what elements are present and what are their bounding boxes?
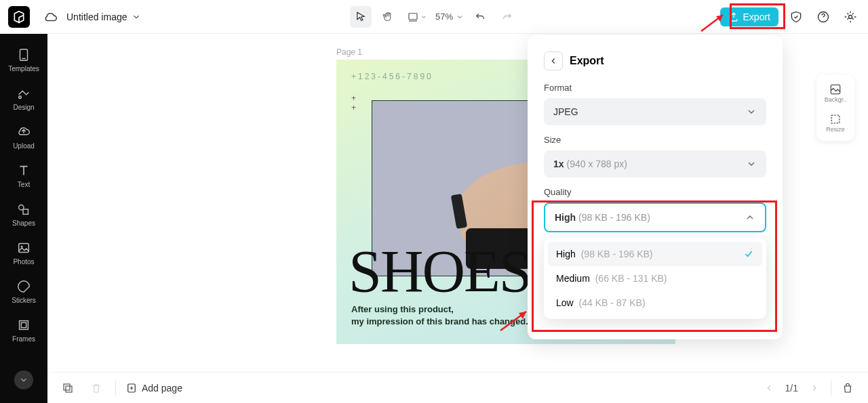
- quality-option-size: (44 KB - 87 KB): [579, 297, 646, 308]
- svg-rect-15: [64, 384, 70, 390]
- svg-rect-11: [20, 321, 28, 330]
- svg-rect-12: [21, 322, 26, 327]
- quality-option-medium[interactable]: Medium (66 KB - 131 KB): [548, 266, 762, 291]
- chevron-up-icon: [745, 212, 755, 223]
- lock-button[interactable]: [838, 379, 857, 398]
- upload-icon: [16, 125, 31, 140]
- right-tool-label: Resize: [826, 126, 845, 133]
- document-title[interactable]: Untitled image: [66, 12, 141, 22]
- chevron-right-icon: [810, 383, 819, 393]
- quality-option-low[interactable]: Low (44 KB - 87 KB): [548, 291, 762, 315]
- chevron-down-icon: [19, 375, 28, 385]
- undo-button[interactable]: [469, 6, 491, 28]
- shapes-icon: [16, 202, 31, 217]
- design-plus-marks: ++: [351, 93, 356, 112]
- format-select[interactable]: JPEG: [544, 98, 766, 125]
- svg-rect-16: [66, 386, 72, 392]
- delete-button[interactable]: [87, 379, 106, 398]
- sidebar-item-label: Design: [13, 104, 34, 111]
- top-bar: Untitled image 57% Export: [0, 0, 868, 34]
- export-button-label: Export: [743, 12, 770, 22]
- quality-option-name: Medium: [556, 273, 590, 284]
- format-value: JPEG: [553, 106, 578, 117]
- export-panel-title: Export: [570, 55, 604, 67]
- quality-option-name: High: [556, 249, 576, 259]
- layers-icon: [62, 382, 74, 394]
- hand-tool[interactable]: [377, 6, 399, 28]
- select-tool[interactable]: [350, 6, 372, 28]
- document-title-text: Untitled image: [66, 12, 127, 22]
- chevron-down-icon: [746, 158, 757, 169]
- design-headline: SHOES: [349, 237, 531, 305]
- design-icon: [16, 86, 31, 101]
- quality-value: High (98 KB - 196 KB): [555, 212, 650, 223]
- undo-icon: [474, 11, 486, 23]
- size-select[interactable]: 1x (940 x 788 px): [544, 150, 766, 177]
- chevron-left-icon: [764, 383, 774, 393]
- quality-option-size: (98 KB - 196 KB): [581, 249, 653, 259]
- quality-option-name: Low: [556, 297, 574, 308]
- background-tool[interactable]: Backgr..: [821, 79, 850, 107]
- export-back-button[interactable]: [544, 51, 563, 70]
- help-icon: [816, 10, 830, 24]
- quality-option-high[interactable]: High (98 KB - 196 KB): [548, 242, 762, 266]
- sidebar-item-photos[interactable]: Photos: [0, 234, 47, 272]
- quality-select[interactable]: High (98 KB - 196 KB): [544, 203, 766, 232]
- svg-rect-0: [409, 13, 417, 19]
- layers-button[interactable]: [58, 379, 77, 398]
- resize-tool[interactable]: Resize: [821, 108, 850, 137]
- background-icon: [829, 83, 842, 96]
- format-label: Format: [544, 83, 766, 93]
- sidebar-item-label: Photos: [13, 258, 34, 266]
- frames-icon: [16, 318, 31, 333]
- artboard-tool[interactable]: [404, 6, 430, 28]
- sidebar-item-text[interactable]: Text: [0, 156, 47, 195]
- stickers-icon: [16, 279, 31, 294]
- next-page-button[interactable]: [805, 379, 824, 398]
- hand-icon: [382, 11, 394, 23]
- sidebar-item-label: Templates: [8, 65, 39, 72]
- gear-icon: [844, 10, 857, 24]
- logo-icon: [12, 10, 26, 24]
- sidebar-expand-button[interactable]: [14, 370, 33, 389]
- add-page-button[interactable]: Add page: [125, 382, 182, 394]
- svg-point-6: [19, 96, 22, 99]
- center-toolbar: 57%: [350, 6, 518, 28]
- photos-icon: [16, 240, 31, 255]
- design-caption-line2: my impression of this brand has changed.: [351, 316, 528, 326]
- sidebar-item-label: Text: [18, 181, 30, 188]
- help-button[interactable]: [814, 7, 833, 26]
- top-right-controls: Export: [720, 7, 860, 26]
- export-panel-header: Export: [544, 51, 766, 70]
- artboard-icon: [407, 11, 419, 23]
- sidebar-item-stickers[interactable]: Stickers: [0, 272, 47, 311]
- add-page-label: Add page: [142, 383, 182, 394]
- shield-button[interactable]: [787, 7, 806, 26]
- export-button[interactable]: Export: [720, 7, 778, 26]
- svg-rect-14: [831, 115, 840, 123]
- sidebar-item-shapes[interactable]: Shapes: [0, 195, 47, 234]
- page-indicator: 1/1: [785, 383, 798, 394]
- sidebar-item-templates[interactable]: Templates: [0, 41, 47, 79]
- divider: [115, 381, 116, 396]
- sidebar-item-upload[interactable]: Upload: [0, 118, 47, 156]
- text-icon: [16, 163, 31, 178]
- sidebar-item-design[interactable]: Design: [0, 79, 47, 118]
- page-label: Page 1: [336, 47, 362, 57]
- check-icon: [743, 249, 754, 259]
- design-caption: After using this product, my impression …: [351, 303, 528, 328]
- zoom-control[interactable]: 57%: [435, 12, 464, 22]
- sidebar-item-frames[interactable]: Frames: [0, 311, 47, 349]
- cloud-save-icon[interactable]: [43, 9, 58, 24]
- shield-icon: [789, 10, 803, 24]
- sidebar-item-label: Shapes: [12, 219, 35, 227]
- redo-button[interactable]: [496, 6, 518, 28]
- bottom-bar: Add page 1/1: [47, 372, 868, 403]
- cursor-icon: [355, 11, 367, 23]
- svg-point-3: [849, 15, 852, 18]
- quality-selected-size: (98 KB - 196 KB): [578, 212, 650, 223]
- shopping-bag-icon: [842, 382, 854, 394]
- settings-button[interactable]: [841, 7, 860, 26]
- app-logo[interactable]: [8, 6, 30, 28]
- prev-page-button[interactable]: [760, 379, 778, 398]
